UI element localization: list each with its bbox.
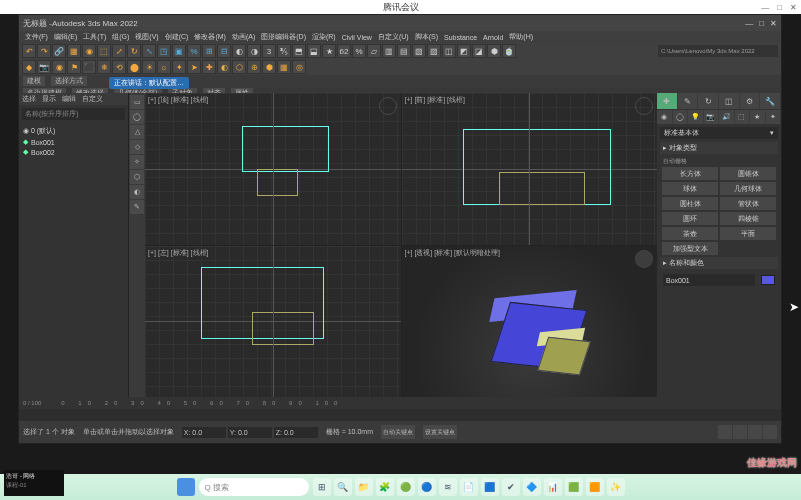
- toolbar-button[interactable]: ◪: [472, 44, 486, 58]
- toolbar-button[interactable]: ❄: [97, 60, 111, 74]
- toolbar-button[interactable]: %: [187, 44, 201, 58]
- taskbar-app-icon[interactable]: 📊: [544, 478, 562, 496]
- set-key-button[interactable]: 设置关键点: [423, 425, 457, 439]
- maximize-viewport-button[interactable]: [763, 425, 777, 439]
- auto-key-button[interactable]: 自动关键点: [381, 425, 415, 439]
- toolbar-button[interactable]: ▦: [277, 60, 291, 74]
- toolbar-button[interactable]: ⬢: [262, 60, 276, 74]
- viewcube-icon[interactable]: [379, 97, 397, 115]
- viewport-label[interactable]: [+] [顶] [标准] [线框]: [148, 95, 208, 105]
- toolbar-button[interactable]: ◫: [442, 44, 456, 58]
- toolbar-button[interactable]: ⬓: [307, 44, 321, 58]
- coord-z[interactable]: Z: 0.0: [274, 427, 318, 438]
- toolbar-button[interactable]: ▦: [67, 44, 81, 58]
- create-category[interactable]: ⬚: [735, 110, 750, 124]
- object-name-input[interactable]: Box001: [663, 274, 755, 286]
- menu-item[interactable]: 组(G): [110, 32, 131, 42]
- scene-tab[interactable]: 选择: [19, 93, 39, 105]
- menu-item[interactable]: 渲染(R): [310, 32, 338, 42]
- toolbar-button[interactable]: ▱: [367, 44, 381, 58]
- scene-tab[interactable]: 编辑: [59, 93, 79, 105]
- taskbar-app-icon[interactable]: 🟦: [481, 478, 499, 496]
- create-category[interactable]: 💡: [688, 110, 703, 124]
- time-slider[interactable]: 0 / 100 0 10 20 30 40 50 60 70 80 90 100: [19, 397, 781, 409]
- viewport-label[interactable]: [+] [透视] [标准] [默认明暗处理]: [405, 248, 500, 258]
- menu-item[interactable]: 自定义(U): [376, 32, 411, 42]
- toolbar-button[interactable]: ⤡: [142, 44, 156, 58]
- toolbar-button[interactable]: ◐: [232, 44, 246, 58]
- create-category[interactable]: ✦: [766, 110, 781, 124]
- left-tool-button[interactable]: ▭: [130, 95, 144, 109]
- toolbar-button[interactable]: ⬒: [292, 44, 306, 58]
- ribbon-tab[interactable]: 选择方式: [51, 76, 87, 86]
- command-tab[interactable]: ✎: [678, 93, 698, 109]
- toolbar-button[interactable]: ◉: [82, 44, 96, 58]
- toolbar-button[interactable]: ⬛: [82, 60, 96, 74]
- left-tool-button[interactable]: △: [130, 125, 144, 139]
- toolbar-button[interactable]: ✦: [172, 60, 186, 74]
- toolbar-button[interactable]: ⬤: [127, 60, 141, 74]
- taskbar-app-icon[interactable]: ✔: [502, 478, 520, 496]
- viewport-front[interactable]: [+] [前] [标准] [线框]: [402, 93, 658, 245]
- menu-item[interactable]: 动画(A): [230, 32, 257, 42]
- menu-item[interactable]: 工具(T): [81, 32, 108, 42]
- toolbar-button[interactable]: ◆: [22, 60, 36, 74]
- meeting-close-button[interactable]: ✕: [790, 3, 797, 12]
- left-tool-button[interactable]: ⬡: [130, 170, 144, 184]
- toolbar-button[interactable]: ◎: [292, 60, 306, 74]
- taskbar-app-icon[interactable]: 🟧: [586, 478, 604, 496]
- scene-search-input[interactable]: 名称(按升序排序): [22, 108, 125, 120]
- toolbar-button[interactable]: ▧: [412, 44, 426, 58]
- track-bar[interactable]: [19, 409, 781, 421]
- toolbar-button[interactable]: 62: [337, 44, 351, 58]
- create-category[interactable]: 🔊: [719, 110, 734, 124]
- toolbar-button[interactable]: %: [352, 44, 366, 58]
- rollout-header-name-color[interactable]: ▸ 名称和颜色: [660, 257, 778, 269]
- toolbar-button[interactable]: ◑: [247, 44, 261, 58]
- create-category[interactable]: ★: [750, 110, 765, 124]
- primitive-button[interactable]: 四棱锥: [720, 212, 776, 225]
- primitive-category-dropdown[interactable]: 标准基本体▾: [660, 127, 778, 139]
- zoom-button[interactable]: [733, 425, 747, 439]
- toolbar-button[interactable]: ⟲: [112, 60, 126, 74]
- menu-item[interactable]: 图形编辑器(D): [259, 32, 308, 42]
- viewport-left[interactable]: [+] [左] [标准] [线框]: [145, 246, 401, 398]
- primitive-button[interactable]: 加强型文本: [662, 242, 718, 255]
- toolbar-button[interactable]: ◳: [157, 44, 171, 58]
- toolbar-button[interactable]: ☀: [142, 60, 156, 74]
- command-tab[interactable]: ⚙: [740, 93, 760, 109]
- create-category[interactable]: ◉: [657, 110, 672, 124]
- toolbar-button[interactable]: ↷: [37, 44, 51, 58]
- command-tab[interactable]: ↻: [698, 93, 718, 109]
- toolbar-button[interactable]: ◩: [457, 44, 471, 58]
- max-min-button[interactable]: —: [745, 19, 753, 28]
- primitive-button[interactable]: 管状体: [720, 197, 776, 210]
- menu-item[interactable]: 文件(F): [23, 32, 50, 42]
- start-button[interactable]: [177, 478, 195, 496]
- taskbar-search[interactable]: Q 搜索: [199, 478, 309, 496]
- primitive-button[interactable]: 几何球体: [720, 182, 776, 195]
- toolbar-button[interactable]: ⊕: [247, 60, 261, 74]
- toolbar-button[interactable]: ✚: [202, 60, 216, 74]
- command-tab[interactable]: ◫: [719, 93, 739, 109]
- taskbar-app-icon[interactable]: 🟩: [565, 478, 583, 496]
- taskbar-app-icon[interactable]: ✨: [607, 478, 625, 496]
- max-close-button[interactable]: ✕: [770, 19, 777, 28]
- toolbar-button[interactable]: ★: [322, 44, 336, 58]
- primitive-button[interactable]: 球体: [662, 182, 718, 195]
- toolbar-button[interactable]: ◐: [217, 60, 231, 74]
- menu-item[interactable]: 脚本(S): [413, 32, 440, 42]
- taskbar-app-icon[interactable]: ⊞: [313, 478, 331, 496]
- toolbar-button[interactable]: ⚑: [67, 60, 81, 74]
- taskbar-app-icon[interactable]: ≋: [439, 478, 457, 496]
- toolbar-button[interactable]: ▣: [172, 44, 186, 58]
- meeting-max-button[interactable]: □: [777, 3, 782, 12]
- menu-item[interactable]: Arnold: [481, 34, 505, 41]
- ribbon-tab[interactable]: 建模: [23, 76, 45, 86]
- viewcube-icon[interactable]: [635, 250, 653, 268]
- menu-item[interactable]: Civil View: [340, 34, 374, 41]
- left-tool-button[interactable]: ◇: [130, 140, 144, 154]
- command-tab[interactable]: ✚: [657, 93, 677, 109]
- viewport-label[interactable]: [+] [前] [标准] [线框]: [405, 95, 465, 105]
- scene-node[interactable]: ◆Box001: [23, 137, 124, 147]
